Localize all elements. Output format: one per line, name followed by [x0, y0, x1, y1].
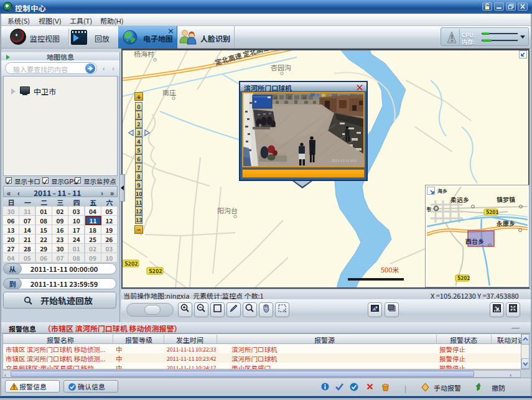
- svg-text:杨海村: 杨海村: [134, 50, 154, 58]
- svg-text:柔远乡: 柔远乡: [450, 195, 469, 204]
- svg-text:S202: S202: [149, 267, 162, 275]
- svg-text:500米: 500米: [381, 264, 399, 274]
- svg-text:市: 市: [427, 205, 431, 213]
- svg-text:!: !: [13, 384, 15, 390]
- svg-text:南庄: 南庄: [162, 87, 176, 97]
- svg-text:杏园沟: 杏园沟: [271, 62, 291, 72]
- svg-text:2011-11-11 10:2: 2011-11-11 10:2: [332, 158, 357, 163]
- svg-text:海乡: 海乡: [437, 187, 447, 194]
- svg-text:!: !: [450, 32, 454, 44]
- svg-text:阳沟台: 阳沟台: [217, 205, 238, 215]
- svg-text:S201: S201: [486, 208, 498, 215]
- svg-text:永康乡: 永康乡: [497, 218, 515, 228]
- svg-text:西台乡: 西台乡: [465, 236, 484, 246]
- svg-text:S202: S202: [457, 274, 470, 281]
- svg-text:镇罗镇: 镇罗镇: [497, 195, 515, 204]
- svg-text:S202: S202: [124, 259, 138, 267]
